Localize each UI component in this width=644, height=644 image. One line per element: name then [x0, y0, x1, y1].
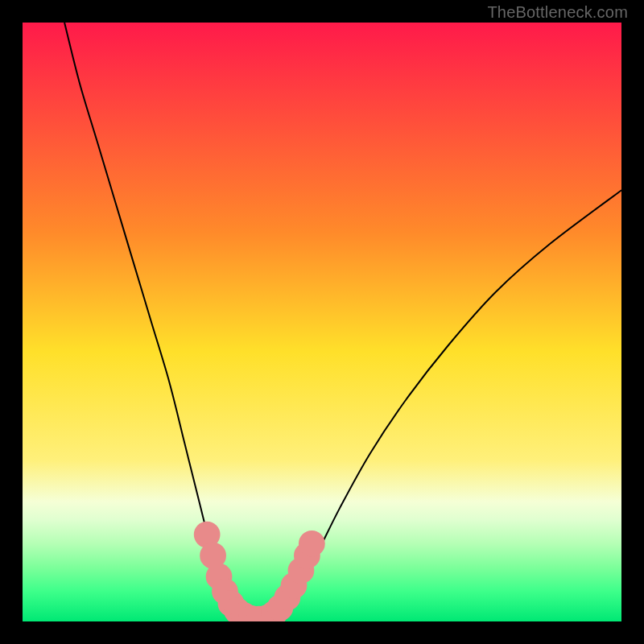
- data-point: [299, 530, 325, 557]
- plot-background: [23, 23, 621, 621]
- bottleneck-chart: [23, 23, 621, 621]
- chart-frame: TheBottleneck.com: [0, 0, 644, 644]
- watermark-text: TheBottleneck.com: [487, 3, 628, 22]
